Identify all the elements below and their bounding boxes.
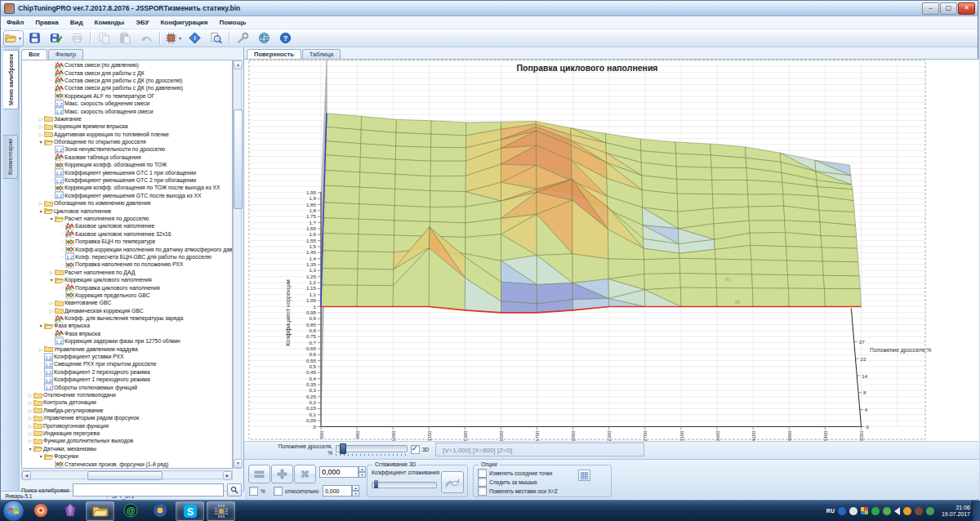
tree-item[interactable]: ┈1.2Коэффициент уменьшения GTC 2 при обо…	[22, 176, 232, 184]
throttle-slider-thumb[interactable]	[340, 443, 346, 454]
tree-item[interactable]: ┈Состав смеси для работы с ДК (по давлен…	[22, 84, 232, 91]
tree-item[interactable]: ┈1.2Макс. скорость обеднения смеси	[22, 100, 232, 107]
tree-item[interactable]: ┈Базовое цикловое наполнение 32x16	[22, 230, 232, 238]
relative-value-input[interactable]	[323, 485, 352, 497]
tree-item[interactable]: ▾Датчики, механизмы	[22, 445, 232, 452]
tree-item[interactable]: ▷Функции дополнительных выходов	[22, 437, 232, 444]
tree-item[interactable]: ┈1.2Коррекция задержки фазы при 12750 об…	[22, 337, 232, 345]
surface-cell[interactable]	[677, 180, 713, 194]
surface-cell[interactable]	[823, 275, 860, 288]
surface-cell[interactable]	[430, 161, 466, 176]
surface-cell[interactable]	[322, 269, 358, 286]
surface-cell[interactable]	[747, 180, 783, 195]
surface-cell[interactable]	[787, 260, 824, 275]
taskbar-app-firefox[interactable]	[146, 501, 173, 519]
search-input[interactable]	[73, 483, 224, 497]
surface-cell[interactable]	[323, 234, 359, 252]
tray-icon[interactable]	[915, 507, 923, 515]
expand-icon[interactable]: ▷	[27, 423, 33, 429]
tree-hscroll-thumb[interactable]	[87, 471, 163, 480]
percent-option[interactable]: %	[249, 487, 265, 496]
surface-cell[interactable]	[359, 219, 394, 235]
taskbar-app-chiptuningpro[interactable]	[207, 501, 235, 521]
tree-item[interactable]: ┈Базовая таблица обогащения	[22, 154, 232, 161]
option-checkbox[interactable]	[478, 478, 487, 487]
set-value-button[interactable]	[248, 465, 270, 483]
tree-item[interactable]: ▷Коррекция времени впрыска	[22, 122, 232, 130]
agent-icon[interactable]	[883, 507, 891, 515]
expand-icon[interactable]: ▷	[27, 438, 33, 443]
surface-cell[interactable]	[326, 127, 361, 144]
surface-cell[interactable]	[322, 251, 358, 269]
tree-item[interactable]: ▷Аддитивная коррекция по топливной пленк…	[22, 131, 232, 138]
apps-icon[interactable]	[861, 507, 868, 514]
tree-item[interactable]: ▷Контроль детонации	[22, 399, 232, 406]
ecu-operations-button[interactable]: ▼	[163, 30, 184, 47]
dropdown-arrow-icon[interactable]: ▼	[178, 36, 182, 41]
expand-icon[interactable]: ▷	[27, 415, 33, 421]
surface-cell[interactable]	[323, 218, 359, 234]
value-input[interactable]	[319, 466, 359, 478]
side-tab-comments[interactable]: Комментарии	[3, 135, 18, 179]
show-desktop-button[interactable]	[972, 501, 980, 521]
surface-cell[interactable]	[749, 206, 785, 220]
apply-smoothing-button[interactable]	[441, 471, 464, 493]
value-spinner[interactable]: ▲▼	[359, 466, 366, 478]
taskbar-app-mailru-agent[interactable]: @	[117, 501, 144, 519]
surface-cell[interactable]	[713, 194, 749, 209]
tree-item[interactable]: ┈1.2Коэффициент 2 переходного режима	[22, 368, 232, 376]
language-indicator[interactable]: RU	[826, 508, 835, 514]
taskbar-app-skype[interactable]: S	[176, 501, 204, 521]
surface-cell[interactable]	[822, 261, 859, 276]
close-button[interactable]: ✕	[958, 2, 975, 15]
surface-cell[interactable]	[680, 274, 717, 288]
surface-cell[interactable]	[430, 207, 466, 223]
tree-item[interactable]: ▾Цикловое наполнение	[22, 207, 232, 214]
taskbar-app-media-player[interactable]	[27, 501, 54, 519]
tree-item[interactable]: ┈Базовое цикловое наполнение	[22, 222, 232, 229]
surface-plot[interactable]: 00,050,10,150,20,250,30,350,40,450,50,55…	[244, 60, 979, 442]
surface-cell[interactable]	[359, 234, 394, 252]
surface-cell[interactable]	[323, 203, 359, 219]
surface-cell[interactable]	[395, 174, 431, 190]
surface-cell[interactable]	[431, 121, 466, 136]
open-file-button[interactable]: ▼	[3, 30, 24, 47]
surface-cell[interactable]	[358, 269, 394, 286]
surface-cell[interactable]	[786, 247, 823, 261]
collapse-icon[interactable]: ▾	[27, 446, 33, 452]
minimize-button[interactable]: –	[922, 2, 939, 15]
menu-item-6[interactable]: Конфигурация	[154, 18, 213, 27]
messenger-icon[interactable]	[903, 507, 911, 515]
expand-icon[interactable]: ▷	[38, 346, 44, 352]
tree-item[interactable]: ▷Управление вторым рядом форсунок	[22, 414, 232, 421]
surface-cell[interactable]	[359, 204, 394, 220]
3d-checkbox[interactable]	[411, 445, 420, 454]
surface-cell[interactable]	[788, 288, 825, 306]
surface-cell[interactable]	[676, 167, 712, 180]
expand-icon[interactable]: ▷	[27, 399, 33, 405]
tree-item[interactable]: ┈Коррекция коэфф. обогащения по ТОЖ посл…	[22, 184, 232, 191]
surface-cell[interactable]	[430, 147, 466, 161]
tree-item[interactable]: ┈Коэфф.коррекции наполнения по датчику а…	[22, 245, 232, 252]
scroll-down-icon[interactable]: ▼	[234, 459, 243, 468]
surface-cell[interactable]	[396, 119, 431, 134]
dropdown-arrow-icon[interactable]: ▼	[18, 36, 22, 41]
tree-item[interactable]: ┈Поправка БЦН по температуре	[22, 238, 232, 245]
tree-item[interactable]: ┈Коррекция предельного GBC	[22, 292, 232, 299]
tree-item[interactable]: ▾Фаза впрыска	[22, 322, 232, 329]
tree-item[interactable]: ┈Фаза впрыска	[22, 330, 232, 337]
surface-cell[interactable]	[676, 154, 712, 167]
surface-cell[interactable]	[572, 254, 608, 283]
add-value-button[interactable]	[271, 465, 293, 483]
expand-icon[interactable]: ▷	[27, 407, 33, 413]
update-icon[interactable]	[849, 507, 858, 515]
tree-item[interactable]: ▷Зажигание	[22, 115, 232, 122]
online-button[interactable]	[254, 30, 274, 47]
tree-item[interactable]: ▷Отключение топливоподачи	[22, 391, 232, 399]
expand-icon[interactable]: ▷	[48, 300, 55, 305]
tree-item[interactable]: ┈Коррекция ALF по температуре ОГ	[22, 92, 232, 100]
expand-icon[interactable]: ▷	[27, 392, 33, 398]
collapse-icon[interactable]: ▾	[38, 323, 44, 328]
surface-cell[interactable]	[715, 259, 752, 274]
tree-item[interactable]: ┈Коррекция коэфф. обогащения по ТОЖ	[22, 161, 232, 168]
